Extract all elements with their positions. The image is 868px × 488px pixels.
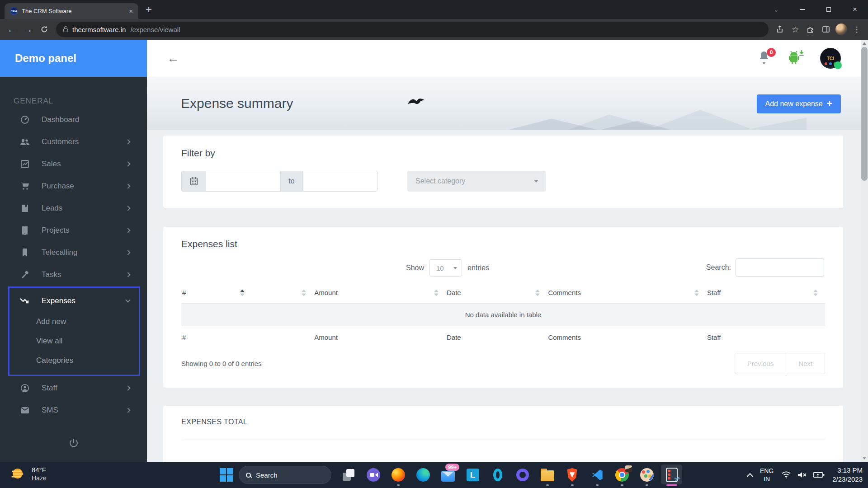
browser-tab[interactable]: CRM The CRM Software ×	[5, 3, 138, 19]
sidebar-subitem-view-all[interactable]: View all	[9, 331, 139, 351]
search-label: Search:	[706, 263, 731, 272]
sidebar-item-dashboard[interactable]: Dashboard	[0, 108, 147, 131]
table-search-input[interactable]	[736, 258, 824, 277]
table-footer-row: # Amount Date Comments Staff	[181, 326, 825, 349]
window-minimize-button[interactable]	[789, 0, 816, 19]
column-header-comments[interactable]: Comments	[547, 282, 706, 304]
mail-button[interactable]: 99+	[435, 462, 460, 488]
tray-chevron-up-icon[interactable]	[747, 473, 753, 479]
chevron-right-icon	[125, 161, 130, 166]
tab-close-icon[interactable]: ×	[129, 7, 133, 15]
next-page-button[interactable]: Next	[786, 353, 825, 374]
logout-power-button[interactable]	[0, 437, 147, 449]
wifi-icon	[781, 471, 791, 479]
side-panel-icon[interactable]	[818, 22, 834, 37]
sidebar-item-projects[interactable]: Projects	[0, 219, 147, 241]
android-app-download-icon[interactable]	[787, 49, 805, 67]
previous-page-button[interactable]: Previous	[735, 353, 786, 374]
language-indicator[interactable]: ENG IN	[760, 467, 774, 483]
date-to-input[interactable]	[303, 171, 377, 191]
column-header-amount[interactable]: Amount	[313, 282, 446, 304]
crm-favicon-icon: CRM	[10, 7, 18, 15]
column-header-staff[interactable]: Staff	[706, 282, 825, 304]
loop-app-button[interactable]	[510, 462, 535, 488]
paint-button[interactable]	[634, 462, 659, 488]
scrollbar-thumb[interactable]	[861, 47, 868, 181]
sidebar-item-tasks[interactable]: Tasks	[0, 263, 147, 286]
url-path: /expense/viewall	[130, 26, 180, 33]
scrollbar-up-arrow[interactable]	[863, 42, 866, 45]
brave-button[interactable]	[560, 462, 585, 488]
column-header-index[interactable]: #	[181, 282, 252, 304]
taskbar-clock[interactable]: 3:13 PM 2/23/2023	[832, 466, 863, 484]
video-chat-app-button[interactable]	[361, 462, 386, 488]
user-avatar[interactable]: TCI	[820, 48, 841, 69]
expenses-list-heading: Expenses list	[181, 239, 825, 249]
page-length-select[interactable]: 10	[429, 259, 462, 277]
browser-menu-kebab-icon[interactable]: ⋮	[849, 22, 864, 37]
sidebar-item-leads[interactable]: Leads	[0, 197, 147, 219]
sidebar-item-customers[interactable]: Customers	[0, 131, 147, 153]
sidebar-item-purchase[interactable]: Purchase	[0, 175, 147, 197]
sidebar-item-label: SMS	[42, 406, 58, 415]
sidebar-subitem-add-new[interactable]: Add new	[9, 312, 139, 331]
sidebar-item-telecalling[interactable]: Telecalling	[0, 241, 147, 263]
window-close-button[interactable]: ×	[842, 0, 868, 19]
scrollbar-down-arrow[interactable]	[863, 457, 866, 460]
sidebar-section-label: GENERAL	[14, 97, 147, 106]
staff-person-icon	[20, 383, 30, 393]
sidebar-item-label: Dashboard	[42, 115, 79, 124]
system-icons[interactable]	[781, 471, 825, 479]
back-button[interactable]: ←	[4, 21, 20, 38]
browser-profile-avatar[interactable]	[834, 22, 849, 37]
windows-start-button[interactable]	[220, 468, 233, 482]
column-header-unnamed[interactable]	[252, 282, 313, 304]
page-length-control: Show 10 entries	[406, 259, 489, 277]
chevron-right-icon	[125, 408, 130, 413]
sidebar-item-label: Customers	[42, 137, 79, 146]
sidebar-item-expenses[interactable]: Expenses	[9, 290, 139, 312]
page-banner: Expense summary Add new expense +	[147, 77, 861, 130]
address-bar[interactable]: thecrmsoftware.in/expense/viewall	[56, 22, 769, 37]
chevron-right-icon	[125, 139, 130, 144]
language-line2: IN	[764, 475, 770, 483]
page-content: Filter by to Select category Expenses li…	[147, 130, 861, 462]
bookmark-star-icon[interactable]: ☆	[788, 22, 803, 37]
opera-button[interactable]	[485, 462, 510, 488]
sidebar-subitem-categories[interactable]: Categories	[9, 351, 139, 370]
page-scrollbar[interactable]	[861, 40, 868, 462]
browser-dropdown-chevron-icon[interactable]: ⌄	[763, 0, 789, 19]
reload-button[interactable]	[36, 21, 52, 38]
mail-unread-badge: 99+	[445, 464, 459, 471]
chevron-right-icon	[125, 250, 130, 255]
window-maximize-button[interactable]	[816, 0, 842, 19]
chrome-button[interactable]	[609, 462, 634, 488]
taskbar-weather-widget[interactable]: 84°F Haze	[9, 465, 47, 483]
add-new-expense-button[interactable]: Add new expense +	[757, 94, 841, 113]
forward-button[interactable]: →	[20, 21, 36, 38]
share-icon[interactable]	[772, 22, 788, 37]
new-tab-button[interactable]: +	[146, 3, 152, 16]
date-from-input[interactable]	[206, 171, 280, 191]
sidebar-item-sms[interactable]: SMS	[0, 399, 147, 421]
l-app-button[interactable]: L	[460, 462, 485, 488]
search-icon	[246, 473, 251, 478]
snipping-tool-button[interactable]: ✂	[659, 462, 684, 488]
task-view-button[interactable]	[336, 462, 361, 488]
category-select-placeholder: Select category	[415, 177, 465, 185]
app-back-arrow[interactable]: ←	[167, 51, 179, 66]
vscode-button[interactable]	[585, 462, 609, 488]
taskbar-search-box[interactable]: Search	[239, 466, 331, 484]
category-select[interactable]: Select category	[407, 171, 546, 192]
chevron-down-icon	[125, 297, 130, 302]
sidebar-item-sales[interactable]: Sales	[0, 153, 147, 175]
edge-button[interactable]	[410, 462, 435, 488]
notifications-bell-icon[interactable]: 0	[758, 51, 771, 66]
top-bar-actions: 0 TCI	[758, 48, 841, 69]
brave-icon	[566, 468, 578, 482]
column-header-date[interactable]: Date	[446, 282, 547, 304]
extensions-puzzle-icon[interactable]	[803, 22, 818, 37]
firefox-button[interactable]	[386, 462, 410, 488]
file-explorer-button[interactable]	[535, 462, 560, 488]
sidebar-item-staff[interactable]: Staff	[0, 377, 147, 399]
